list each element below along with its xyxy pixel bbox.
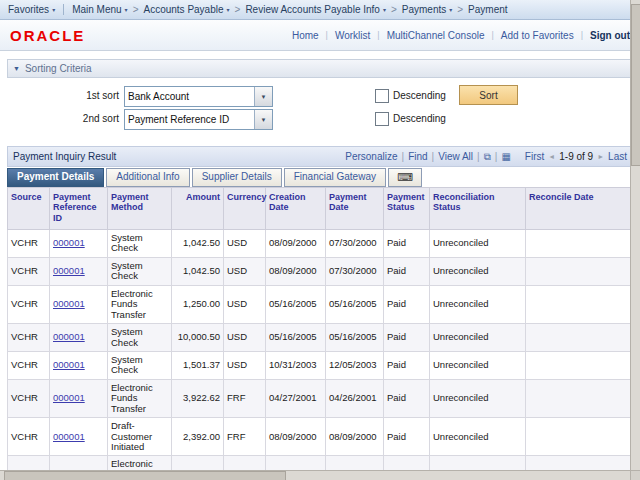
payment-reference-link[interactable]: 000001 xyxy=(53,237,85,248)
tool-separator: | xyxy=(402,151,405,162)
cell-payment-reference: 000001 xyxy=(50,351,108,379)
column-header-payment-status[interactable]: Payment Status xyxy=(384,188,430,230)
breadcrumb-separator: > xyxy=(457,4,463,15)
sort-button[interactable]: Sort xyxy=(459,85,518,105)
cell-amount: 1,501.37 xyxy=(172,351,224,379)
cell-payment-reference: 000001 xyxy=(50,379,108,417)
header-link-add-to-favorites[interactable]: Add to Favorites xyxy=(501,30,574,41)
second-descending-checkbox[interactable] xyxy=(375,112,389,126)
cell-amount: 10,000.50 xyxy=(172,324,224,352)
cell-payment-status: Paid xyxy=(384,324,430,352)
cell-creation-date: 05/16/2005 xyxy=(266,324,326,352)
header-link-separator: | xyxy=(326,30,328,40)
column-header-payment-method[interactable]: Payment Method xyxy=(108,188,172,230)
breadcrumb-item-review-accounts-payable-info[interactable]: Review Accounts Payable Info▾ xyxy=(245,4,386,15)
chevron-down-icon: ▾ xyxy=(383,7,386,13)
popup-grid-icon[interactable]: ⧉ xyxy=(484,152,491,162)
tab-payment-details[interactable]: Payment Details xyxy=(7,168,104,187)
tab-financial-gateway[interactable]: Financial Gateway xyxy=(284,168,386,187)
payment-reference-link[interactable]: 000001 xyxy=(53,265,85,276)
breadcrumb-item-main-menu[interactable]: Main Menu▾ xyxy=(72,4,127,15)
cell-reconciliation-status: Unreconciled xyxy=(430,285,526,323)
first-sort-select[interactable]: Bank Account ▼ xyxy=(124,86,273,107)
next-page-icon[interactable]: ► xyxy=(597,153,604,160)
cell-payment-method: System Check xyxy=(108,230,172,258)
column-header-payment-reference-id[interactable]: Payment Reference ID xyxy=(50,188,108,230)
header-link-worklist[interactable]: Worklist xyxy=(335,30,370,41)
previous-page-icon[interactable]: ◄ xyxy=(548,153,555,160)
payment-reference-link[interactable]: 000001 xyxy=(53,392,85,403)
column-header-reconcile-date[interactable]: Reconcile Date xyxy=(526,188,633,230)
header-link-multichannel-console[interactable]: MultiChannel Console xyxy=(387,30,485,41)
cell-payment-method: Electronic Funds Transfer xyxy=(108,379,172,417)
find-link[interactable]: Find xyxy=(408,151,427,162)
column-header-payment-date[interactable]: Payment Date xyxy=(326,188,384,230)
horizontal-scrollbar-thumb[interactable] xyxy=(4,471,286,480)
payment-reference-link[interactable]: 000001 xyxy=(53,331,85,342)
dropdown-arrow-icon[interactable]: ▼ xyxy=(254,110,272,129)
header-link-home[interactable]: Home xyxy=(292,30,319,41)
column-header-source[interactable]: Source xyxy=(8,188,50,230)
second-sort-select[interactable]: Payment Reference ID ▼ xyxy=(124,109,273,130)
tab-additional-info[interactable]: Additional Info xyxy=(106,168,189,187)
breadcrumb-item-accounts-payable[interactable]: Accounts Payable▾ xyxy=(143,4,229,15)
cell-payment-reference: 000001 xyxy=(50,285,108,323)
last-link[interactable]: Last xyxy=(608,151,627,162)
view-all-link[interactable]: View All xyxy=(438,151,473,162)
breadcrumb-separator: > xyxy=(235,4,241,15)
cell-source: VCHR xyxy=(8,257,50,285)
results-title: Payment Inquiry Result xyxy=(13,151,116,162)
payment-reference-link[interactable]: 000001 xyxy=(53,431,85,442)
results-header-bar: Payment Inquiry Result Personalize | Fin… xyxy=(7,146,633,167)
cell-currency: FRF xyxy=(224,418,266,456)
collapse-triangle-icon[interactable]: ▼ xyxy=(13,65,20,72)
horizontal-scrollbar[interactable] xyxy=(0,470,631,480)
vertical-scrollbar[interactable] xyxy=(630,0,640,471)
favorites-menu[interactable]: Favorites ▾ xyxy=(8,4,55,15)
cell-payment-status: Paid xyxy=(384,351,430,379)
cell-amount: 1,042.50 xyxy=(172,230,224,258)
cell-reconcile-date xyxy=(526,257,633,285)
cell-creation-date: 04/27/2001 xyxy=(266,379,326,417)
payment-reference-link[interactable]: 000001 xyxy=(53,359,85,370)
cell-payment-method: Draft-Customer Initiated xyxy=(108,418,172,456)
column-header-currency[interactable]: Currency xyxy=(224,188,266,230)
cell-payment-date: 08/09/2000 xyxy=(326,418,384,456)
breadcrumb-separator: > xyxy=(391,4,397,15)
tool-separator: | xyxy=(495,151,498,162)
cell-payment-date: 12/05/2003 xyxy=(326,351,384,379)
table-row: VCHR000001System Check1,042.50USD08/09/2… xyxy=(8,257,633,285)
chevron-down-icon: ▾ xyxy=(125,7,128,13)
tool-separator: | xyxy=(432,151,435,162)
cell-currency: USD xyxy=(224,351,266,379)
chevron-down-icon: ▾ xyxy=(52,7,55,13)
column-header-reconciliation-status[interactable]: Reconciliation Status xyxy=(430,188,526,230)
breadcrumb-item-payment[interactable]: Payment xyxy=(468,4,507,15)
payment-reference-link[interactable]: 000001 xyxy=(53,298,85,309)
cell-creation-date: 08/09/2000 xyxy=(266,418,326,456)
first-link[interactable]: First xyxy=(525,151,544,162)
column-header-creation-date[interactable]: Creation Date xyxy=(266,188,326,230)
vertical-scrollbar-thumb[interactable] xyxy=(631,4,640,166)
download-spreadsheet-icon[interactable]: ▦ xyxy=(501,152,510,162)
column-header-amount[interactable]: Amount xyxy=(172,188,224,230)
cell-currency: USD xyxy=(224,257,266,285)
tab-supplier-details[interactable]: Supplier Details xyxy=(192,168,282,187)
first-descending-checkbox[interactable] xyxy=(375,89,389,103)
personalize-link[interactable]: Personalize xyxy=(345,151,397,162)
sorting-controls: 1st sort Bank Account ▼ Descending Sort … xyxy=(7,78,633,136)
breadcrumb-item-payments[interactable]: Payments▾ xyxy=(402,4,452,15)
dropdown-arrow-icon[interactable]: ▼ xyxy=(254,87,272,106)
sorting-criteria-header[interactable]: ▼ Sorting Criteria xyxy=(7,59,633,78)
sorting-criteria-title: Sorting Criteria xyxy=(25,63,92,74)
tab-show-columns[interactable]: ⌨ xyxy=(388,168,422,187)
signout-link[interactable]: Sign out xyxy=(590,30,630,41)
peoplesoft-window: Favorites ▾ Main Menu▾>Accounts Payable▾… xyxy=(0,0,640,480)
cell-amount: 1,250.00 xyxy=(172,285,224,323)
breadcrumb-item-label: Main Menu xyxy=(72,4,121,15)
cell-payment-method: Electronic Funds Transfer xyxy=(108,285,172,323)
cell-amount: 1,042.50 xyxy=(172,257,224,285)
cell-payment-reference: 000001 xyxy=(50,230,108,258)
cell-currency: FRF xyxy=(224,379,266,417)
favorites-label: Favorites xyxy=(8,4,49,15)
